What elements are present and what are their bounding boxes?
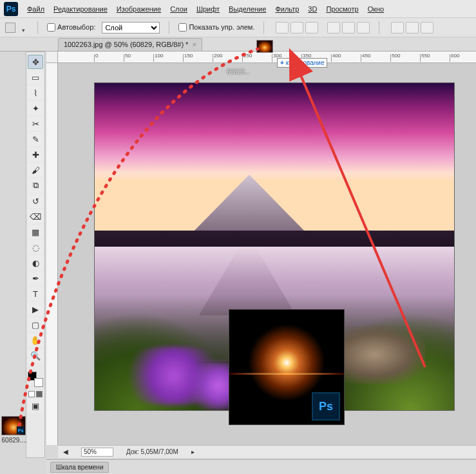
- separator: [263, 21, 264, 34]
- autoselect-label: Автовыбор:: [57, 23, 95, 31]
- align-right-edges[interactable]: [357, 22, 370, 33]
- desktop-file-thumb[interactable]: Ps: [1, 416, 26, 435]
- background-color[interactable]: [34, 378, 43, 387]
- status-bar: ◀ 50% Док: 5,05M/7,00M ▸: [58, 445, 476, 458]
- layer-group-select[interactable]: Слой: [102, 22, 160, 33]
- document-tab-title: 1002263.jpg @ 50% (60829, RGB/8#) *: [64, 41, 188, 48]
- healing-brush-tool[interactable]: ✚: [28, 147, 43, 162]
- align-group-1: [276, 22, 318, 33]
- shape-tool[interactable]: ▢: [28, 318, 43, 332]
- options-bar: Автовыбор: Слой Показать упр. элем.: [0, 18, 476, 37]
- autoselect-option[interactable]: Автовыбор:: [47, 23, 95, 32]
- menu-select[interactable]: Выделение: [229, 5, 266, 13]
- status-menu-icon[interactable]: ▸: [191, 448, 195, 455]
- show-controls-label: Показать упр. элем.: [189, 23, 254, 31]
- align-hcenters[interactable]: [342, 22, 355, 33]
- eraser-tool[interactable]: ⌫: [28, 209, 43, 223]
- app-logo: Ps: [4, 2, 18, 16]
- show-controls-option[interactable]: Показать упр. элем.: [178, 23, 254, 32]
- desktop-file-label: 60829....: [0, 437, 28, 444]
- tools-panel: ✥ ▭ ⌇ ✦ ✂ ✎ ✚ 🖌 ⧉ ↺ ⌫ ▦ ◌ ◐ ✒ T ▶ ▢ ✋ 🔍 …: [26, 52, 45, 458]
- ps-badge: Ps: [312, 392, 340, 421]
- quickmask-toggle[interactable]: [28, 391, 43, 397]
- menu-window[interactable]: Окно: [368, 5, 385, 13]
- distribute-bottom[interactable]: [421, 22, 433, 33]
- stamp-tool[interactable]: ⧉: [28, 178, 43, 193]
- overlay-flare-thumb: Ps: [229, 309, 345, 425]
- menu-layers[interactable]: Слои: [170, 5, 187, 13]
- menu-type[interactable]: Шрифт: [196, 5, 220, 13]
- align-left-edges[interactable]: [327, 22, 340, 33]
- distribute-vcenter[interactable]: [406, 22, 419, 33]
- align-top-edges[interactable]: [276, 22, 289, 33]
- color-swatches[interactable]: [28, 372, 43, 387]
- drag-tooltip: + копирование: [277, 58, 327, 68]
- crop-tool[interactable]: ✂: [28, 117, 43, 131]
- close-tab-icon[interactable]: ×: [192, 41, 196, 48]
- ruler-origin[interactable]: [46, 52, 58, 63]
- align-bottom-edges[interactable]: [305, 22, 318, 33]
- brush-tool[interactable]: 🖌: [28, 163, 43, 177]
- menu-view[interactable]: Просмотр: [326, 5, 358, 13]
- move-tool[interactable]: ✥: [28, 55, 43, 69]
- eyedropper-tool[interactable]: ✎: [28, 132, 43, 146]
- zoom-tool[interactable]: 🔍: [28, 348, 43, 363]
- distribute-top[interactable]: [391, 22, 404, 33]
- menu-image[interactable]: Изображение: [117, 5, 161, 13]
- separator: [379, 21, 379, 34]
- menu-filter[interactable]: Фильтр: [275, 5, 299, 13]
- show-controls-checkbox[interactable]: [178, 23, 187, 32]
- vertical-ruler[interactable]: [46, 63, 58, 445]
- bottom-panel: Шкала времени: [46, 459, 476, 474]
- menu-3d[interactable]: 3D: [308, 5, 317, 13]
- plus-icon: +: [280, 59, 284, 66]
- menu-edit[interactable]: Редактирование: [53, 5, 108, 13]
- scroll-left-icon[interactable]: ◀: [63, 448, 68, 455]
- autoselect-checkbox[interactable]: [47, 23, 55, 32]
- zoom-field[interactable]: 50%: [81, 448, 113, 457]
- menu-bar: Ps Файл Редактирование Изображение Слои …: [0, 0, 476, 18]
- distribute-group-1: [391, 22, 433, 33]
- marquee-tool[interactable]: ▭: [28, 70, 43, 84]
- pen-tool[interactable]: ✒: [28, 271, 43, 285]
- magic-wand-tool[interactable]: ✦: [28, 101, 43, 115]
- workspace: ✥ ▭ ⌇ ✦ ✂ ✎ ✚ 🖌 ⧉ ↺ ⌫ ▦ ◌ ◐ ✒ T ▶ ▢ ✋ 🔍 …: [0, 52, 476, 474]
- timeline-tab[interactable]: Шкала времени: [50, 462, 109, 473]
- align-group-2: [327, 22, 370, 33]
- history-brush-tool[interactable]: ↺: [28, 194, 43, 208]
- separator: [169, 21, 169, 34]
- path-select-tool[interactable]: ▶: [28, 302, 43, 316]
- drag-tooltip-text: копирование: [286, 59, 325, 66]
- dodge-tool[interactable]: ◐: [28, 256, 43, 270]
- drag-layer-name: 60829...: [227, 68, 250, 75]
- gradient-tool[interactable]: ▦: [28, 225, 43, 239]
- menu-file[interactable]: Файл: [27, 5, 44, 13]
- blur-tool[interactable]: ◌: [28, 240, 43, 254]
- move-tool-icon[interactable]: [5, 23, 15, 33]
- type-tool[interactable]: T: [28, 287, 43, 301]
- lasso-tool[interactable]: ⌇: [28, 86, 43, 100]
- hand-tool[interactable]: ✋: [28, 333, 43, 347]
- document-tab-bar: 1002263.jpg @ 50% (60829, RGB/8#) * ×: [0, 37, 476, 52]
- screen-mode[interactable]: ▣: [28, 399, 43, 413]
- separator: [37, 21, 38, 34]
- horizontal-ruler[interactable]: 050100150200250300350400450500550600: [58, 52, 476, 63]
- document-tab[interactable]: 1002263.jpg @ 50% (60829, RGB/8#) * ×: [58, 38, 202, 51]
- tool-preset-dropdown[interactable]: [22, 26, 28, 30]
- align-vcenters[interactable]: [290, 22, 303, 33]
- drag-thumbnail: [256, 40, 273, 53]
- flare-horizon: [229, 373, 344, 375]
- ps-file-badge: Ps: [17, 426, 24, 434]
- doc-size-label: Док: 5,05M/7,00M: [126, 448, 178, 455]
